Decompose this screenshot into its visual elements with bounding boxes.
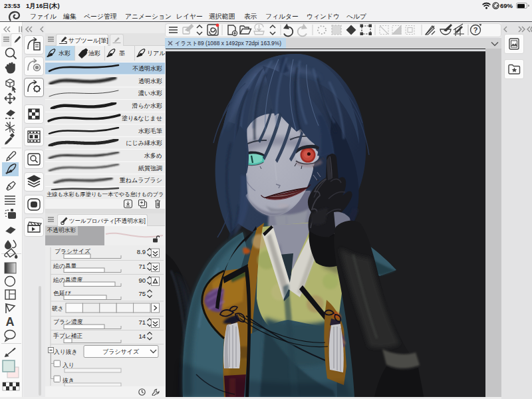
svg-text:透明水彩: 透明水彩 (138, 78, 162, 84)
svg-text:14: 14 (138, 332, 146, 340)
svg-text:ブラシサイズ: ブラシサイズ (102, 348, 140, 355)
svg-text:にじみ縁水彩: にじみ縁水彩 (126, 140, 162, 146)
svg-text:?: ? (473, 26, 478, 34)
svg-text:71: 71 (138, 263, 146, 270)
svg-text:水彩毛筆: 水彩毛筆 (138, 128, 162, 134)
svg-text:入り: 入り (63, 362, 74, 368)
svg-text:重ねムラブラシ: 重ねムラブラシ (120, 177, 162, 184)
svg-text:硬さ: 硬さ (52, 305, 64, 312)
svg-text:リアル: リアル (147, 50, 165, 57)
svg-text:ブラシ濃度: ブラシ濃度 (53, 319, 83, 325)
svg-text:墨: 墨 (119, 50, 125, 57)
svg-text:不透明水彩: 不透明水彩 (132, 65, 162, 72)
svg-text:入り抜き: 入り抜き (54, 348, 78, 355)
svg-text:油彩: 油彩 (88, 50, 100, 57)
svg-text:8.9: 8.9 (137, 248, 146, 255)
svg-text:A: A (6, 315, 15, 329)
svg-text:濃い水彩: 濃い水彩 (138, 90, 162, 96)
svg-text:水彩: 水彩 (59, 50, 70, 57)
svg-text:滑らか水彩: 滑らか水彩 (132, 102, 162, 109)
svg-text:71: 71 (138, 319, 146, 326)
svg-text:水多め: 水多め (144, 152, 162, 159)
svg-text:手ブレ補正: 手ブレ補正 (53, 332, 83, 339)
svg-text:紙質強調: 紙質強調 (138, 165, 162, 172)
svg-text:75: 75 (138, 290, 146, 297)
svg-text:塗り&なじませ: 塗り&なじませ (122, 115, 162, 122)
svg-text:90: 90 (138, 277, 146, 284)
